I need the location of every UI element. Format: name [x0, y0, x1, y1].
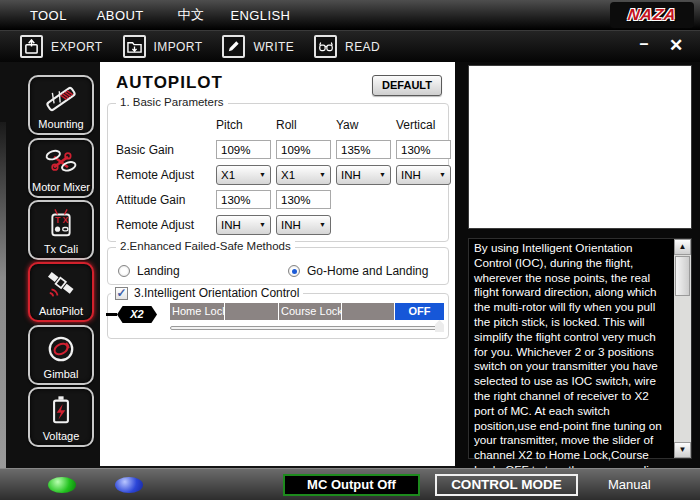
- scroll-down-button[interactable]: ▼: [674, 442, 691, 458]
- export-button[interactable]: EXPORT: [20, 35, 103, 58]
- close-button[interactable]: ✕: [664, 35, 688, 56]
- control-mode-value: Manual: [608, 477, 651, 492]
- attitude-gain-pitch-input[interactable]: [216, 190, 271, 209]
- sidebar-item-motor-mixer[interactable]: Motor Mixer: [28, 138, 94, 198]
- minimize-button[interactable]: –: [632, 35, 656, 53]
- mounting-icon: [30, 80, 92, 118]
- voltage-icon: [30, 392, 92, 430]
- column-header-yaw: Yaw: [336, 118, 396, 132]
- autopilot-icon: [30, 267, 92, 305]
- basic-gain-yaw-input[interactable]: [336, 140, 391, 159]
- failsafe-group: 2.Enhanced Failed-Safe Methods Landing G…: [107, 247, 449, 285]
- chevron-down-icon: ▼: [439, 171, 446, 178]
- remote-adjust-label: Remote Adjust: [116, 168, 216, 182]
- remote-adjust-yaw-select[interactable]: INH▼: [336, 165, 391, 185]
- mc-output-status: MC Output Off: [283, 474, 420, 496]
- column-header-vertical: Vertical: [396, 118, 456, 132]
- x2-line: [106, 313, 117, 316]
- chevron-down-icon: ▼: [259, 221, 266, 228]
- column-header-pitch: Pitch: [216, 118, 276, 132]
- menu-tool[interactable]: TOOL: [30, 8, 67, 23]
- failsafe-option-landing[interactable]: Landing: [118, 264, 180, 278]
- scroll-up-button[interactable]: ▲: [674, 239, 691, 255]
- motor-mixer-icon: [30, 143, 92, 181]
- export-label: EXPORT: [51, 40, 103, 54]
- check-icon: ✓: [116, 288, 126, 298]
- menu-about[interactable]: ABOUT: [97, 8, 144, 23]
- basic-gain-pitch-input[interactable]: [216, 140, 271, 159]
- ioc-segment-bar: Home Lock Course Lock OFF: [170, 303, 444, 320]
- write-icon: [222, 35, 245, 58]
- segment-blank-1: [225, 303, 279, 320]
- chevron-down-icon: ▼: [319, 171, 326, 178]
- x2-channel-slider[interactable]: [170, 323, 444, 333]
- segment-home-lock: Home Lock: [170, 303, 225, 320]
- control-mode-label: CONTROL MODE: [435, 474, 578, 496]
- chevron-down-icon: ▼: [259, 171, 266, 178]
- failsafe-legend: 2.Enhanced Failed-Safe Methods: [116, 240, 295, 252]
- ioc-legend: ✓ 3.Intelligent Orientation Control: [111, 286, 303, 300]
- description-scrollbar[interactable]: ▲ ▼: [674, 239, 691, 458]
- slider-track: [170, 326, 444, 330]
- sidebar-item-gimbal[interactable]: Gimbal: [28, 325, 94, 385]
- attitude-gain-roll-input[interactable]: [276, 190, 331, 209]
- remote-adjust-roll-select[interactable]: X1▼: [276, 165, 331, 185]
- sidebar-item-autopilot[interactable]: AutoPilot: [28, 262, 94, 322]
- radio-checked-icon: [288, 265, 300, 277]
- write-button[interactable]: WRITE: [222, 35, 294, 58]
- status-bar: MC Output Off CONTROL MODE Manual: [0, 468, 700, 500]
- menu-english[interactable]: ENGLISH: [230, 8, 290, 23]
- remote-adjust2-label: Remote Adjust: [116, 218, 216, 232]
- chevron-down-icon: ▼: [319, 221, 326, 228]
- sidebar-item-label: Tx Cali: [30, 243, 92, 255]
- export-icon: [20, 35, 43, 58]
- naza-logo-text: NAZA: [627, 6, 678, 24]
- chevron-down-icon: ▼: [379, 171, 386, 178]
- right-panel: By using Intelligent Orientation Control…: [455, 62, 700, 468]
- basic-gain-label: Basic Gain: [116, 143, 216, 157]
- read-icon: [314, 35, 337, 58]
- sidebar-item-label: Mounting: [30, 118, 92, 130]
- ioc-description-text: By using Intelligent Orientation Control…: [474, 241, 672, 493]
- import-icon: [123, 35, 146, 58]
- attitude-remote-adjust-roll-select[interactable]: INH▼: [276, 215, 331, 235]
- description-panel: By using Intelligent Orientation Control…: [468, 238, 692, 459]
- scrollbar-thumb[interactable]: [675, 256, 690, 296]
- menu-chinese[interactable]: 中文: [178, 6, 205, 24]
- column-header-roll: Roll: [276, 118, 336, 132]
- basic-gain-vertical-input[interactable]: [396, 140, 451, 159]
- toolbar: EXPORT IMPORT WRITE READ – ✕: [0, 30, 700, 62]
- sidebar-item-tx-cali[interactable]: T X Tx Cali: [28, 200, 94, 260]
- sidebar: Mounting Motor Mixer T X Tx Cali AutoPil…: [0, 62, 100, 468]
- ioc-checkbox-label: 3.Intelligent Orientation Control: [134, 286, 299, 300]
- page-title: AUTOPILOT: [116, 73, 223, 93]
- write-label: WRITE: [253, 40, 294, 54]
- read-button[interactable]: READ: [314, 35, 380, 58]
- segment-blank-2: [342, 303, 395, 320]
- sidebar-item-label: AutoPilot: [30, 305, 92, 317]
- import-button[interactable]: IMPORT: [123, 35, 203, 58]
- failsafe-option-go-home[interactable]: Go-Home and Landing: [288, 264, 428, 278]
- attitude-remote-adjust-pitch-select[interactable]: INH▼: [216, 215, 271, 235]
- sidebar-item-label: Motor Mixer: [30, 181, 92, 193]
- svg-text:T X: T X: [55, 215, 69, 225]
- status-led-blue: [115, 477, 143, 493]
- sidebar-item-voltage[interactable]: Voltage: [28, 387, 94, 447]
- basic-gain-roll-input[interactable]: [276, 140, 331, 159]
- remote-adjust-vertical-select[interactable]: INH▼: [396, 165, 451, 185]
- workspace: Mounting Motor Mixer T X Tx Cali AutoPil…: [0, 62, 700, 468]
- read-label: READ: [345, 40, 380, 54]
- gimbal-icon: [30, 330, 92, 368]
- attitude-gain-label: Attitude Gain: [116, 193, 216, 207]
- radio-icon: [118, 265, 130, 277]
- ioc-checkbox[interactable]: ✓: [115, 287, 128, 300]
- tx-cali-icon: T X: [30, 205, 92, 243]
- slider-thumb[interactable]: [435, 320, 444, 332]
- autopilot-page: AUTOPILOT DEFAULT 1. Basic Parameters Pi…: [100, 62, 455, 466]
- x2-channel-badge: X2: [106, 306, 157, 323]
- default-button[interactable]: DEFAULT: [372, 75, 442, 96]
- remote-adjust-pitch-select[interactable]: X1▼: [216, 165, 271, 185]
- import-label: IMPORT: [154, 40, 203, 54]
- sidebar-item-mounting[interactable]: Mounting: [28, 75, 94, 135]
- status-led-green: [48, 477, 76, 493]
